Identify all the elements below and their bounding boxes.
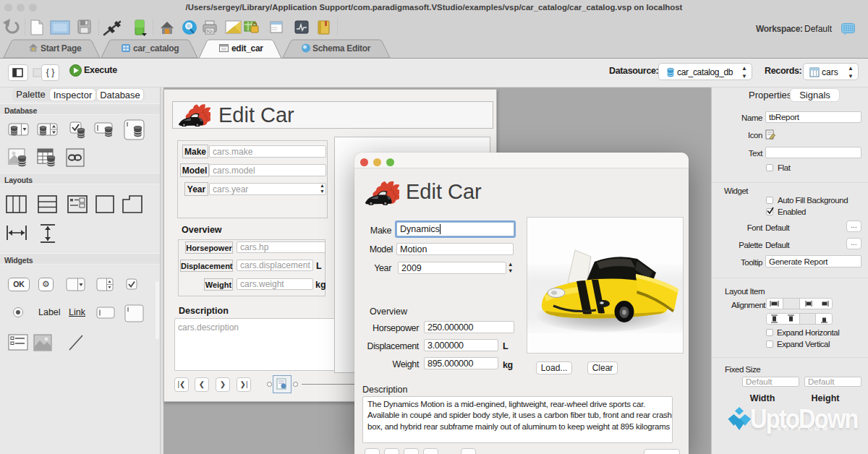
svg-text:SQL: SQL [206, 29, 213, 33]
svg-text:car_catalog: car_catalog [133, 43, 179, 53]
svg-text:Start Page: Start Page [41, 43, 82, 53]
svg-text:Schema Editor: Schema Editor [312, 43, 371, 53]
svg-text:edit_car: edit_car [231, 43, 263, 53]
